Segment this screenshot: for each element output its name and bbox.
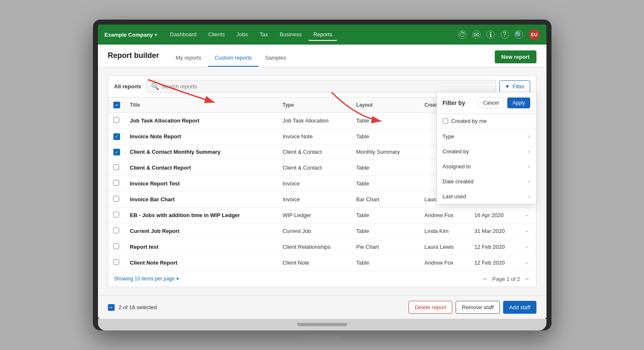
row-checkbox-cell	[108, 176, 125, 192]
row-checkbox-cell	[108, 129, 125, 145]
select-all-header	[108, 98, 125, 113]
search-icon[interactable]: 🔍	[515, 30, 523, 39]
chevron-right-icon: ›	[528, 148, 530, 155]
delete-report-button[interactable]: Delete report	[408, 301, 452, 314]
remove-staff-button[interactable]: Remove staff	[456, 301, 500, 314]
row-checkbox[interactable]	[113, 228, 119, 233]
row-title: Report test	[125, 239, 278, 255]
created-by-me-option: Created by me	[437, 114, 536, 129]
table-footer: Showing 10 items per page ▾ ← Page 1 of …	[108, 271, 536, 287]
user-avatar[interactable]: EU	[529, 29, 540, 40]
row-menu: -	[521, 208, 536, 223]
help-icon[interactable]: ?	[501, 30, 509, 39]
sub-header: Report builder My reports Custom reports…	[98, 45, 546, 67]
main-content: Report builder My reports Custom reports…	[98, 45, 546, 319]
bottom-bar: 2 of 16 selected Delete report Remove st…	[98, 295, 546, 319]
row-layout: Table	[351, 208, 420, 223]
row-title: EB - Jobs with addition time in WIP Ledg…	[125, 208, 278, 223]
search-input[interactable]	[162, 83, 491, 90]
deselect-all-icon[interactable]	[108, 304, 115, 311]
table-row: EB - Jobs with addition time in WIP Ledg…	[108, 208, 536, 223]
all-reports-label: All reports	[114, 83, 141, 90]
row-type: Client & Contact	[278, 160, 351, 176]
table-row: Client Note Report Client Note Table And…	[108, 255, 536, 271]
row-checkbox[interactable]	[113, 164, 119, 170]
filter-type-item[interactable]: Type ›	[437, 129, 536, 144]
row-title: Client & Contact Report	[125, 160, 278, 176]
laptop-base	[98, 319, 546, 330]
filter-assigned-to-item[interactable]: Assigned to ›	[437, 159, 536, 174]
page-info: Page 1 of 2	[492, 276, 520, 282]
filter-cancel-button[interactable]: Cancel	[478, 98, 504, 108]
filter-created-by-item[interactable]: Created by ›	[437, 144, 536, 159]
row-date: 31 Mar 2020	[469, 223, 521, 239]
tab-my-reports[interactable]: My reports	[169, 51, 208, 67]
row-checkbox-cell	[108, 208, 125, 223]
nav-dashboard[interactable]: Dashboard	[165, 29, 202, 41]
row-type: Invoice	[278, 176, 351, 192]
filter-date-created-item[interactable]: Date created ›	[437, 174, 536, 189]
select-all-checkbox[interactable]	[113, 102, 120, 108]
row-title: Client Note Report	[125, 255, 278, 271]
tab-samples[interactable]: Samples	[258, 51, 293, 67]
search-left: All reports 🔍	[114, 80, 496, 93]
mail-icon[interactable]: ✉	[472, 30, 481, 39]
row-checkbox[interactable]	[113, 196, 119, 202]
row-title: Client & Contact Monthly Summary	[125, 144, 278, 160]
row-checkbox-checked[interactable]	[113, 149, 120, 155]
laptop-screen: Example Company ▾ Dashboard Clients Jobs…	[98, 25, 546, 319]
nav-business[interactable]: Business	[275, 29, 307, 41]
created-by-me-label: Created by me	[451, 118, 487, 124]
row-layout: Monthly Summary	[351, 144, 420, 160]
row-checkbox-cell	[108, 192, 125, 208]
row-checkbox[interactable]	[113, 180, 119, 186]
chevron-right-icon: ›	[528, 163, 530, 170]
chevron-right-icon: ›	[528, 133, 530, 140]
filter-icon: ▼	[505, 83, 510, 90]
row-checkbox[interactable]	[113, 117, 119, 123]
row-checkbox[interactable]	[113, 212, 119, 218]
prev-page-button[interactable]: ←	[482, 275, 489, 282]
clock-icon[interactable]: ⏱	[458, 30, 466, 39]
row-type: Client Relationships	[278, 239, 351, 255]
new-report-button[interactable]: New report	[495, 50, 536, 63]
filter-apply-button[interactable]: Apply	[507, 98, 530, 108]
next-page-button[interactable]: →	[524, 275, 530, 282]
row-type: Current Job	[278, 223, 351, 239]
row-checkbox-checked[interactable]	[113, 133, 120, 140]
col-type: Type	[278, 98, 351, 113]
filter-assigned-to-label: Assigned to	[443, 163, 471, 170]
row-menu: -	[521, 255, 536, 271]
selected-info: 2 of 16 selected	[108, 304, 157, 311]
created-by-me-checkbox[interactable]	[443, 118, 448, 124]
filter-last-used-item[interactable]: Last used ›	[437, 189, 536, 204]
row-checkbox[interactable]	[113, 243, 119, 249]
filter-button[interactable]: ▼ Filter	[499, 80, 530, 92]
row-checkbox[interactable]	[113, 259, 119, 265]
nav-clients[interactable]: Clients	[203, 29, 230, 41]
macbook-label: MacBook Air	[303, 334, 341, 340]
row-title: Job Task Allocation Report	[125, 113, 278, 129]
row-checkbox-cell	[108, 113, 125, 129]
page-title: Report builder	[108, 51, 159, 66]
row-title: Invoice Bar Chart	[125, 192, 278, 208]
filter-last-used-label: Last used	[443, 193, 466, 200]
add-staff-button[interactable]: Add staff	[503, 301, 536, 314]
row-layout: Bar Chart	[351, 192, 420, 208]
company-selector[interactable]: Example Company ▾	[105, 32, 157, 38]
nav-reports[interactable]: Reports	[308, 29, 338, 41]
nav-links: Dashboard Clients Jobs Tax Business Repo…	[165, 29, 458, 41]
row-layout: Table	[351, 113, 420, 129]
search-input-wrapper: 🔍	[146, 80, 496, 93]
info-icon[interactable]: ℹ	[486, 30, 495, 39]
tab-custom-reports[interactable]: Custom reports	[208, 51, 258, 67]
sub-header-left: Report builder My reports Custom reports…	[108, 51, 293, 66]
filter-created-by-label: Created by	[443, 148, 469, 155]
row-created-by: Laura Lewis	[419, 239, 469, 255]
nav-tax[interactable]: Tax	[255, 29, 273, 41]
filter-dropdown: Filter by Cancel Apply Created by me Typ…	[436, 92, 536, 204]
items-per-page[interactable]: Showing 10 items per page ▾	[114, 276, 179, 282]
nav-jobs[interactable]: Jobs	[231, 29, 253, 41]
col-title: Title	[125, 98, 278, 113]
filter-actions: Cancel Apply	[478, 98, 530, 108]
